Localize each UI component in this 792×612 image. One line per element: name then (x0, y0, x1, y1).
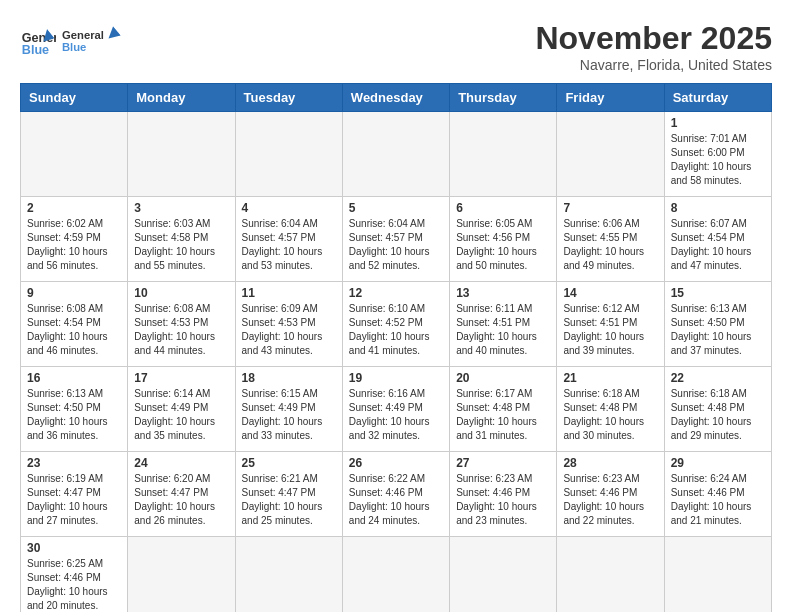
calendar-cell: 4Sunrise: 6:04 AM Sunset: 4:57 PM Daylig… (235, 197, 342, 282)
day-number: 9 (27, 286, 121, 300)
day-number: 21 (563, 371, 657, 385)
calendar-cell: 14Sunrise: 6:12 AM Sunset: 4:51 PM Dayli… (557, 282, 664, 367)
location: Navarre, Florida, United States (535, 57, 772, 73)
day-info: Sunrise: 6:16 AM Sunset: 4:49 PM Dayligh… (349, 387, 443, 443)
svg-text:General: General (62, 29, 104, 41)
calendar-cell: 8Sunrise: 6:07 AM Sunset: 4:54 PM Daylig… (664, 197, 771, 282)
day-number: 29 (671, 456, 765, 470)
calendar-cell: 15Sunrise: 6:13 AM Sunset: 4:50 PM Dayli… (664, 282, 771, 367)
day-info: Sunrise: 6:10 AM Sunset: 4:52 PM Dayligh… (349, 302, 443, 358)
calendar-week-3: 16Sunrise: 6:13 AM Sunset: 4:50 PM Dayli… (21, 367, 772, 452)
calendar-cell: 3Sunrise: 6:03 AM Sunset: 4:58 PM Daylig… (128, 197, 235, 282)
calendar-cell: 7Sunrise: 6:06 AM Sunset: 4:55 PM Daylig… (557, 197, 664, 282)
calendar-cell: 24Sunrise: 6:20 AM Sunset: 4:47 PM Dayli… (128, 452, 235, 537)
calendar-cell: 18Sunrise: 6:15 AM Sunset: 4:49 PM Dayli… (235, 367, 342, 452)
calendar-header-row: SundayMondayTuesdayWednesdayThursdayFrid… (21, 84, 772, 112)
day-info: Sunrise: 6:04 AM Sunset: 4:57 PM Dayligh… (349, 217, 443, 273)
calendar-header-saturday: Saturday (664, 84, 771, 112)
day-info: Sunrise: 6:24 AM Sunset: 4:46 PM Dayligh… (671, 472, 765, 528)
day-number: 30 (27, 541, 121, 555)
day-info: Sunrise: 6:22 AM Sunset: 4:46 PM Dayligh… (349, 472, 443, 528)
logo-icon: General Blue (20, 22, 56, 58)
calendar-cell: 13Sunrise: 6:11 AM Sunset: 4:51 PM Dayli… (450, 282, 557, 367)
calendar-week-2: 9Sunrise: 6:08 AM Sunset: 4:54 PM Daylig… (21, 282, 772, 367)
day-info: Sunrise: 6:04 AM Sunset: 4:57 PM Dayligh… (242, 217, 336, 273)
day-number: 10 (134, 286, 228, 300)
calendar-cell: 30Sunrise: 6:25 AM Sunset: 4:46 PM Dayli… (21, 537, 128, 613)
logo: General Blue General Blue (20, 20, 122, 60)
calendar-cell: 29Sunrise: 6:24 AM Sunset: 4:46 PM Dayli… (664, 452, 771, 537)
day-number: 15 (671, 286, 765, 300)
day-number: 24 (134, 456, 228, 470)
day-info: Sunrise: 6:08 AM Sunset: 4:54 PM Dayligh… (27, 302, 121, 358)
calendar-cell (342, 537, 449, 613)
day-info: Sunrise: 6:23 AM Sunset: 4:46 PM Dayligh… (563, 472, 657, 528)
calendar-cell: 21Sunrise: 6:18 AM Sunset: 4:48 PM Dayli… (557, 367, 664, 452)
calendar-week-0: 1Sunrise: 7:01 AM Sunset: 6:00 PM Daylig… (21, 112, 772, 197)
calendar-week-4: 23Sunrise: 6:19 AM Sunset: 4:47 PM Dayli… (21, 452, 772, 537)
day-number: 16 (27, 371, 121, 385)
calendar-cell: 27Sunrise: 6:23 AM Sunset: 4:46 PM Dayli… (450, 452, 557, 537)
calendar-cell (450, 112, 557, 197)
svg-marker-7 (109, 27, 121, 39)
day-info: Sunrise: 6:02 AM Sunset: 4:59 PM Dayligh… (27, 217, 121, 273)
calendar-cell (128, 112, 235, 197)
calendar-cell: 16Sunrise: 6:13 AM Sunset: 4:50 PM Dayli… (21, 367, 128, 452)
calendar-week-5: 30Sunrise: 6:25 AM Sunset: 4:46 PM Dayli… (21, 537, 772, 613)
day-info: Sunrise: 6:06 AM Sunset: 4:55 PM Dayligh… (563, 217, 657, 273)
generalblue-logo-full: General Blue (62, 20, 122, 60)
day-number: 26 (349, 456, 443, 470)
calendar-cell (664, 537, 771, 613)
day-info: Sunrise: 7:01 AM Sunset: 6:00 PM Dayligh… (671, 132, 765, 188)
day-info: Sunrise: 6:18 AM Sunset: 4:48 PM Dayligh… (563, 387, 657, 443)
calendar-cell (557, 537, 664, 613)
day-number: 1 (671, 116, 765, 130)
day-number: 11 (242, 286, 336, 300)
calendar-cell: 2Sunrise: 6:02 AM Sunset: 4:59 PM Daylig… (21, 197, 128, 282)
day-number: 20 (456, 371, 550, 385)
calendar-header-wednesday: Wednesday (342, 84, 449, 112)
day-number: 28 (563, 456, 657, 470)
day-info: Sunrise: 6:25 AM Sunset: 4:46 PM Dayligh… (27, 557, 121, 612)
calendar-cell (557, 112, 664, 197)
day-info: Sunrise: 6:17 AM Sunset: 4:48 PM Dayligh… (456, 387, 550, 443)
day-info: Sunrise: 6:03 AM Sunset: 4:58 PM Dayligh… (134, 217, 228, 273)
day-info: Sunrise: 6:09 AM Sunset: 4:53 PM Dayligh… (242, 302, 336, 358)
calendar-cell (21, 112, 128, 197)
day-info: Sunrise: 6:05 AM Sunset: 4:56 PM Dayligh… (456, 217, 550, 273)
day-info: Sunrise: 6:11 AM Sunset: 4:51 PM Dayligh… (456, 302, 550, 358)
day-info: Sunrise: 6:07 AM Sunset: 4:54 PM Dayligh… (671, 217, 765, 273)
day-number: 6 (456, 201, 550, 215)
day-number: 7 (563, 201, 657, 215)
calendar-cell (450, 537, 557, 613)
day-number: 4 (242, 201, 336, 215)
calendar-cell (128, 537, 235, 613)
day-number: 23 (27, 456, 121, 470)
day-info: Sunrise: 6:14 AM Sunset: 4:49 PM Dayligh… (134, 387, 228, 443)
day-info: Sunrise: 6:19 AM Sunset: 4:47 PM Dayligh… (27, 472, 121, 528)
calendar-cell (235, 112, 342, 197)
day-info: Sunrise: 6:12 AM Sunset: 4:51 PM Dayligh… (563, 302, 657, 358)
calendar-cell: 20Sunrise: 6:17 AM Sunset: 4:48 PM Dayli… (450, 367, 557, 452)
calendar-cell (235, 537, 342, 613)
calendar-header-tuesday: Tuesday (235, 84, 342, 112)
calendar-cell: 5Sunrise: 6:04 AM Sunset: 4:57 PM Daylig… (342, 197, 449, 282)
calendar-cell: 26Sunrise: 6:22 AM Sunset: 4:46 PM Dayli… (342, 452, 449, 537)
day-info: Sunrise: 6:13 AM Sunset: 4:50 PM Dayligh… (671, 302, 765, 358)
day-info: Sunrise: 6:15 AM Sunset: 4:49 PM Dayligh… (242, 387, 336, 443)
day-info: Sunrise: 6:13 AM Sunset: 4:50 PM Dayligh… (27, 387, 121, 443)
day-number: 8 (671, 201, 765, 215)
calendar-cell: 9Sunrise: 6:08 AM Sunset: 4:54 PM Daylig… (21, 282, 128, 367)
calendar-cell: 23Sunrise: 6:19 AM Sunset: 4:47 PM Dayli… (21, 452, 128, 537)
title-section: November 2025 Navarre, Florida, United S… (535, 20, 772, 73)
day-number: 17 (134, 371, 228, 385)
calendar-week-1: 2Sunrise: 6:02 AM Sunset: 4:59 PM Daylig… (21, 197, 772, 282)
calendar-cell: 25Sunrise: 6:21 AM Sunset: 4:47 PM Dayli… (235, 452, 342, 537)
calendar-cell: 11Sunrise: 6:09 AM Sunset: 4:53 PM Dayli… (235, 282, 342, 367)
day-info: Sunrise: 6:20 AM Sunset: 4:47 PM Dayligh… (134, 472, 228, 528)
day-number: 2 (27, 201, 121, 215)
day-number: 18 (242, 371, 336, 385)
svg-text:Blue: Blue (62, 41, 86, 53)
day-number: 14 (563, 286, 657, 300)
day-number: 12 (349, 286, 443, 300)
